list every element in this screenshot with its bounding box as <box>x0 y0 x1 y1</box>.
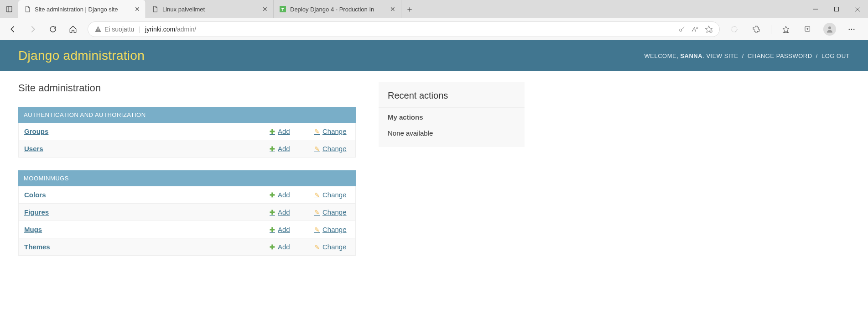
plus-icon: ✚ <box>270 191 275 199</box>
tab-active[interactable]: Site administration | Django site ✕ <box>18 0 146 18</box>
add-link[interactable]: ✚Add <box>270 208 305 216</box>
separator: | <box>139 26 140 33</box>
pencil-icon: ✎ <box>314 243 320 251</box>
extensions-icon[interactable] <box>747 20 765 38</box>
change-link[interactable]: ✎Change <box>314 127 350 135</box>
model-row: Colors✚Add✎Change <box>18 186 356 204</box>
add-label: Add <box>278 226 290 233</box>
change-label: Change <box>322 145 347 153</box>
more-menu-button[interactable] <box>842 20 861 38</box>
plus-icon: ✚ <box>270 145 275 153</box>
change-password-link[interactable]: CHANGE PASSWORD <box>748 53 812 60</box>
window-controls <box>805 0 868 18</box>
add-label: Add <box>278 208 290 216</box>
django-content: Site administration AUTHENTICATION AND A… <box>0 71 868 279</box>
url: jyrinki.com/admin/ <box>145 26 196 33</box>
add-label: Add <box>278 127 290 135</box>
maximize-button[interactable] <box>826 0 847 18</box>
model-row: Users✚Add✎Change <box>18 140 356 158</box>
django-brand[interactable]: Django administration <box>18 48 145 63</box>
add-link[interactable]: ✚Add <box>270 243 305 251</box>
tab-title: Linux palvelimet <box>162 6 259 13</box>
add-link[interactable]: ✚Add <box>270 145 305 153</box>
tab-title: Deploy Django 4 - Production In <box>290 6 386 13</box>
pencil-icon: ✎ <box>314 191 320 199</box>
reload-button[interactable] <box>44 20 62 38</box>
svg-point-13 <box>732 26 737 32</box>
svg-rect-9 <box>98 31 98 31</box>
change-link[interactable]: ✎Change <box>314 226 350 233</box>
tab-strip: Site administration | Django site ✕ Linu… <box>0 0 868 18</box>
site-icon: T <box>279 5 286 13</box>
security-label: Ei suojattu <box>104 26 134 33</box>
minimize-button[interactable] <box>805 0 826 18</box>
model-link[interactable]: Mugs <box>24 226 260 233</box>
username: SANNA <box>680 53 702 59</box>
change-label: Change <box>322 191 347 199</box>
model-link[interactable]: Colors <box>24 191 260 199</box>
read-aloud-icon[interactable]: A» <box>692 26 698 33</box>
change-link[interactable]: ✎Change <box>314 145 350 153</box>
tab[interactable]: T Deploy Django 4 - Production In ✕ <box>274 0 401 18</box>
add-link[interactable]: ✚Add <box>270 226 305 233</box>
model-link[interactable]: Themes <box>24 243 260 251</box>
pencil-icon: ✎ <box>314 128 320 135</box>
new-tab-button[interactable]: ＋ <box>401 4 418 15</box>
separator <box>771 25 771 34</box>
svg-point-10 <box>680 29 682 31</box>
page-title: Site administration <box>18 82 356 94</box>
page-icon <box>24 5 31 13</box>
home-button[interactable] <box>64 20 82 38</box>
favorites-bar-icon[interactable] <box>777 20 795 38</box>
app-caption[interactable]: AUTHENTICATION AND AUTHORIZATION <box>18 107 356 123</box>
pencil-icon: ✎ <box>314 226 320 233</box>
favorite-icon[interactable]: + <box>705 25 713 33</box>
change-link[interactable]: ✎Change <box>314 243 350 251</box>
collections-icon[interactable] <box>799 20 817 38</box>
svg-rect-0 <box>6 6 12 12</box>
tab-title: Site administration | Django site <box>35 6 131 13</box>
welcome-label: WELCOME, <box>644 53 678 59</box>
browser-toolbar: Ei suojattu | jyrinki.com/admin/ A» + <box>0 18 868 40</box>
plus-icon: ✚ <box>270 209 275 216</box>
plus-icon: ✚ <box>270 128 275 135</box>
svg-text:T: T <box>281 7 284 12</box>
profile-button[interactable] <box>821 20 839 38</box>
change-link[interactable]: ✎Change <box>314 208 350 216</box>
logout-link[interactable]: LOG OUT <box>821 53 850 60</box>
app-module: AUTHENTICATION AND AUTHORIZATIONGroups✚A… <box>18 107 356 158</box>
view-site-link[interactable]: VIEW SITE <box>706 53 738 60</box>
svg-rect-5 <box>835 7 839 11</box>
model-link[interactable]: Groups <box>24 127 260 135</box>
app-module: MOOMINMUGSColors✚Add✎ChangeFigures✚Add✎C… <box>18 170 356 256</box>
user-tools: WELCOME, SANNA. VIEW SITE / CHANGE PASSW… <box>644 53 850 59</box>
close-icon[interactable]: ✕ <box>262 5 268 13</box>
model-row: Figures✚Add✎Change <box>18 204 356 221</box>
tab-actions-button[interactable] <box>0 0 18 18</box>
model-row: Mugs✚Add✎Change <box>18 221 356 238</box>
model-link[interactable]: Users <box>24 145 260 153</box>
plus-icon: ✚ <box>270 226 275 233</box>
add-link[interactable]: ✚Add <box>270 191 305 199</box>
model-link[interactable]: Figures <box>24 208 260 216</box>
close-icon[interactable]: ✕ <box>390 5 395 13</box>
svg-point-18 <box>828 26 831 29</box>
my-actions-label: My actions <box>379 107 525 125</box>
address-bar[interactable]: Ei suojattu | jyrinki.com/admin/ A» + <box>88 21 720 37</box>
close-window-button[interactable] <box>847 0 868 18</box>
forward-button[interactable] <box>24 20 42 38</box>
key-icon[interactable] <box>678 26 686 33</box>
change-label: Change <box>322 226 347 233</box>
back-button[interactable] <box>4 20 22 38</box>
change-link[interactable]: ✎Change <box>314 191 350 199</box>
close-icon[interactable]: ✕ <box>135 5 140 13</box>
add-label: Add <box>278 145 290 153</box>
app-caption[interactable]: MOOMINMUGS <box>18 170 356 186</box>
not-secure-indicator[interactable]: Ei suojattu <box>94 26 134 33</box>
add-label: Add <box>278 243 290 251</box>
extension-button[interactable] <box>725 20 743 38</box>
add-link[interactable]: ✚Add <box>270 127 305 135</box>
pencil-icon: ✎ <box>314 209 320 216</box>
tab[interactable]: Linux palvelimet ✕ <box>146 0 274 18</box>
avatar-icon <box>823 23 836 36</box>
